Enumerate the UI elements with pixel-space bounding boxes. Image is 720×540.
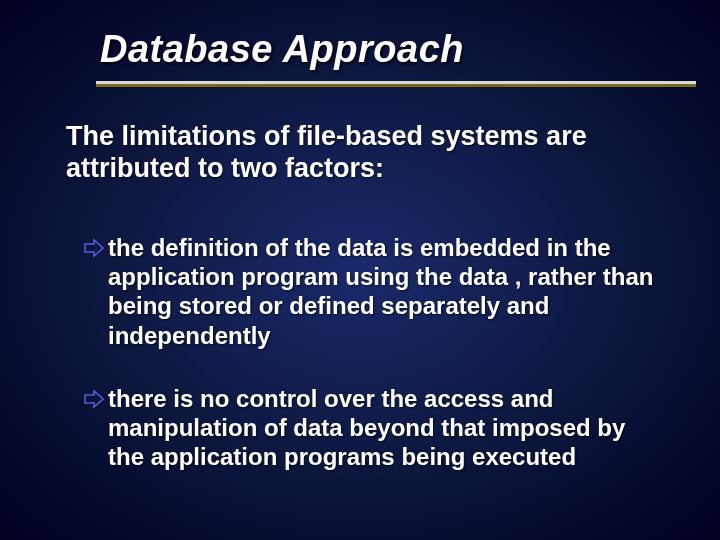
arrow-icon <box>84 390 104 408</box>
slide: Database Approach The limitations of fil… <box>0 0 720 540</box>
bullet-text: there is no control over the access and … <box>108 384 664 472</box>
slide-title: Database Approach <box>100 28 720 71</box>
list-item: there is no control over the access and … <box>66 384 664 472</box>
list-item: the definition of the data is embedded i… <box>66 233 664 350</box>
bullet-list: the definition of the data is embedded i… <box>66 233 664 472</box>
bullet-text: the definition of the data is embedded i… <box>108 233 664 350</box>
title-block: Database Approach <box>0 0 720 71</box>
intro-text: The limitations of file-based systems ar… <box>66 121 664 185</box>
content-area: The limitations of file-based systems ar… <box>0 87 720 472</box>
title-underline <box>96 81 696 87</box>
arrow-icon <box>84 239 104 257</box>
